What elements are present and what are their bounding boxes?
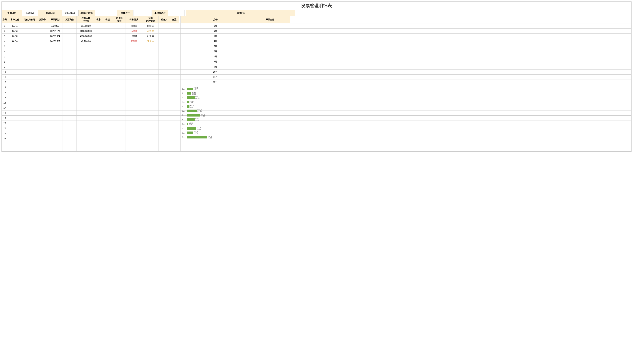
cell-month-amount[interactable] (250, 28, 290, 34)
cell-empty[interactable] (113, 85, 126, 90)
cell-empty[interactable] (95, 100, 102, 105)
cell-seq[interactable]: 17 (2, 105, 8, 110)
cell-empty[interactable] (169, 116, 179, 120)
cell-empty[interactable] (169, 146, 179, 151)
cell-empty[interactable] (8, 95, 22, 100)
cell-empty[interactable] (126, 110, 142, 116)
cell-empty[interactable] (62, 90, 77, 95)
cell-customer[interactable] (8, 75, 22, 80)
cell-remark[interactable] (169, 54, 179, 59)
cell-amount_incl[interactable] (77, 75, 95, 80)
cell-empty[interactable] (142, 105, 159, 110)
cell-seq[interactable]: 7 (2, 54, 8, 59)
cell-invoice_date[interactable]: 2020/10/3 (48, 28, 62, 34)
cell-empty[interactable] (37, 110, 48, 116)
query-date-1-value[interactable]: 2020/9/1 (22, 10, 38, 16)
cell-seq[interactable]: 18 (2, 110, 8, 116)
cell-handler[interactable] (159, 54, 169, 59)
cell-seq[interactable]: 13 (2, 85, 8, 90)
cell-empty[interactable] (8, 121, 22, 126)
cell-pay_status[interactable]: 已付款 (126, 34, 142, 38)
cell-seq[interactable]: 12 (2, 80, 8, 85)
cell-remark[interactable] (169, 39, 179, 44)
cell-empty[interactable] (126, 121, 142, 126)
cell-invoice_date[interactable] (48, 75, 62, 80)
cell-amount_excl[interactable] (113, 75, 126, 80)
cell-empty[interactable] (142, 136, 159, 141)
cell-empty[interactable] (62, 100, 77, 105)
cell-empty[interactable] (95, 95, 102, 100)
cell-handler[interactable] (159, 49, 169, 54)
cell-seq[interactable]: 6 (2, 49, 8, 54)
cell-taxpayer_id[interactable] (22, 75, 37, 80)
cell-empty[interactable] (48, 126, 62, 131)
cell-empty[interactable] (37, 136, 48, 141)
cell-month[interactable]: 8月 (181, 59, 250, 64)
cell-content[interactable] (62, 54, 77, 59)
cell-empty[interactable] (62, 121, 77, 126)
cell-empty[interactable] (126, 100, 142, 105)
cell-empty[interactable] (77, 141, 95, 146)
cell-empty[interactable] (77, 131, 95, 136)
cell-empty[interactable] (159, 141, 169, 146)
cell-remark[interactable] (169, 80, 179, 85)
cell-tax_rate[interactable] (95, 34, 102, 38)
cell-empty[interactable] (102, 141, 113, 146)
cell-deliver_status[interactable]: 已送达 (142, 24, 159, 28)
cell-invoice_no[interactable] (37, 39, 48, 44)
cell-month[interactable]: 12月 (181, 80, 250, 85)
cell-month[interactable]: 4月 (181, 39, 250, 44)
cell-empty[interactable] (77, 95, 95, 100)
cell-empty[interactable] (37, 100, 48, 105)
cell-month[interactable]: 5月 (181, 44, 250, 49)
cell-amount_incl[interactable] (77, 59, 95, 64)
cell-empty[interactable] (77, 116, 95, 120)
cell-amount_excl[interactable] (113, 54, 126, 59)
cell-empty[interactable] (8, 105, 22, 110)
cell-taxpayer_id[interactable] (22, 24, 37, 28)
cell-empty[interactable] (62, 131, 77, 136)
cell-tax_rate[interactable] (95, 24, 102, 28)
cell-content[interactable] (62, 80, 77, 85)
cell-empty[interactable] (142, 85, 159, 90)
cell-empty[interactable] (113, 105, 126, 110)
cell-handler[interactable] (159, 80, 169, 85)
cell-handler[interactable] (159, 44, 169, 49)
cell-handler[interactable] (159, 70, 169, 74)
cell-empty[interactable] (159, 126, 169, 131)
cell-customer[interactable] (8, 80, 22, 85)
cell-empty[interactable] (142, 141, 159, 146)
cell-remark[interactable] (169, 34, 179, 38)
cell-amount_excl[interactable] (113, 34, 126, 38)
cell-tax_rate[interactable] (95, 75, 102, 80)
cell-amount_incl[interactable]: ¥8,888.00 (77, 24, 95, 28)
cell-seq[interactable]: 22 (2, 131, 8, 136)
cell-tax_amount[interactable] (102, 39, 113, 44)
cell-amount_excl[interactable] (113, 49, 126, 54)
cell-empty[interactable] (48, 121, 62, 126)
cell-empty[interactable] (126, 90, 142, 95)
cell-empty[interactable] (77, 85, 95, 90)
cell-empty[interactable] (169, 121, 179, 126)
cell-pay_status[interactable] (126, 75, 142, 80)
cell-empty[interactable] (113, 100, 126, 105)
cell-empty[interactable] (159, 136, 169, 141)
cell-empty[interactable] (95, 146, 102, 151)
cell-invoice_no[interactable] (37, 28, 48, 34)
cell-empty[interactable] (22, 131, 37, 136)
cell-empty[interactable] (113, 116, 126, 120)
cell-handler[interactable] (159, 75, 169, 80)
cell-empty[interactable] (142, 100, 159, 105)
cell-empty[interactable] (159, 90, 169, 95)
cell-empty[interactable] (77, 110, 95, 116)
cell-tax_amount[interactable] (102, 28, 113, 34)
cell-pay_status[interactable] (126, 54, 142, 59)
cell-empty[interactable] (8, 126, 22, 131)
cell-empty[interactable] (8, 100, 22, 105)
cell-empty[interactable] (102, 110, 113, 116)
cell-empty[interactable] (126, 146, 142, 151)
cell-tax_rate[interactable] (95, 59, 102, 64)
cell-invoice_no[interactable] (37, 80, 48, 85)
cell-empty[interactable] (126, 95, 142, 100)
cell-seq[interactable] (2, 141, 8, 146)
